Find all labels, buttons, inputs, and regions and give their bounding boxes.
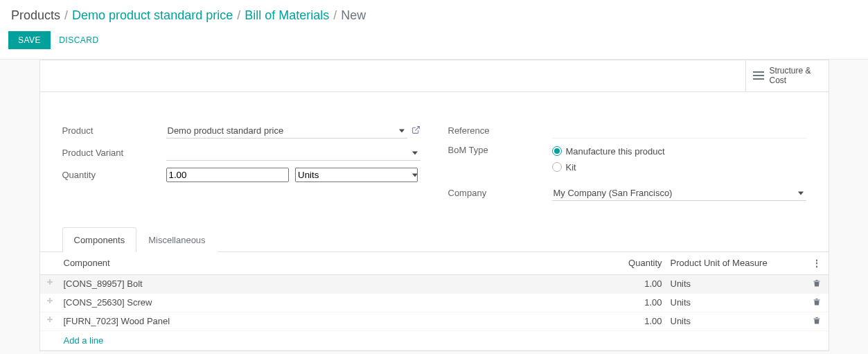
- structure-cost-button[interactable]: Structure & Cost: [745, 60, 829, 91]
- component-name-cell[interactable]: [CONS_89957] Bolt: [60, 274, 597, 293]
- component-qty-cell[interactable]: 1.00: [597, 312, 666, 330]
- breadcrumb-bom[interactable]: Bill of Materials: [245, 8, 329, 23]
- delete-row-icon[interactable]: [805, 293, 829, 312]
- breadcrumb-products[interactable]: Products: [11, 8, 60, 23]
- breadcrumb-separator: /: [333, 8, 337, 23]
- reference-input[interactable]: [552, 123, 806, 139]
- tabs: Components Miscellaneous Component Quant…: [40, 227, 829, 351]
- component-name-cell[interactable]: [CONS_25630] Screw: [60, 293, 597, 312]
- tab-components[interactable]: Components: [62, 227, 137, 252]
- form-left-column: Product Product Variant: [62, 123, 420, 207]
- table-row[interactable]: [CONS_89957] Bolt1.00Units: [40, 274, 829, 293]
- bom-type-manufacture-label: Manufacture this product: [566, 146, 665, 157]
- bom-type-radio-group: Manufacture this product Kit: [552, 145, 665, 172]
- quantity-label: Quantity: [62, 170, 166, 180]
- component-name-cell[interactable]: [FURN_7023] Wood Panel: [60, 312, 597, 330]
- stat-bar: Structure & Cost: [40, 60, 829, 92]
- bom-type-kit-radio[interactable]: Kit: [552, 162, 665, 172]
- save-button[interactable]: SAVE: [8, 31, 51, 49]
- radio-unchecked-icon: [552, 162, 562, 172]
- column-quantity: Quantity: [597, 252, 666, 275]
- column-component: Component: [60, 252, 597, 275]
- component-qty-cell[interactable]: 1.00: [597, 293, 666, 312]
- product-variant-label: Product Variant: [62, 148, 166, 158]
- delete-row-icon[interactable]: [805, 274, 829, 293]
- drag-handle-icon[interactable]: [40, 274, 60, 293]
- column-uom: Product Unit of Measure: [666, 252, 805, 275]
- product-variant-input[interactable]: [166, 145, 420, 161]
- bars-icon: [753, 71, 764, 80]
- product-label: Product: [62, 125, 166, 136]
- component-uom-cell[interactable]: Units: [666, 274, 805, 293]
- drag-handle-icon[interactable]: [40, 312, 60, 330]
- form-content: Product Product Variant: [40, 92, 829, 207]
- tab-nav: Components Miscellaneous: [40, 227, 829, 251]
- radio-checked-icon: [552, 146, 562, 156]
- delete-row-icon[interactable]: [805, 312, 829, 330]
- drag-handle-icon[interactable]: [40, 293, 60, 312]
- reference-label: Reference: [448, 125, 552, 136]
- components-table: Component Quantity Product Unit of Measu…: [40, 252, 829, 351]
- kebab-icon[interactable]: [809, 258, 824, 269]
- component-uom-cell[interactable]: Units: [666, 293, 805, 312]
- component-qty-cell[interactable]: 1.00: [597, 274, 666, 293]
- bom-type-label: BoM Type: [448, 145, 552, 155]
- component-uom-cell[interactable]: Units: [666, 312, 805, 330]
- quantity-input[interactable]: [166, 168, 289, 182]
- form-sheet: Structure & Cost Product: [39, 60, 829, 351]
- breadcrumb: Products / Demo product standard price /…: [0, 0, 868, 27]
- tab-miscellaneous[interactable]: Miscellaneous: [136, 227, 217, 252]
- structure-cost-label: Structure & Cost: [770, 66, 822, 86]
- form-right-column: Reference BoM Type Manufacture this prod…: [448, 123, 806, 207]
- breadcrumb-separator: /: [237, 8, 240, 23]
- add-line-button[interactable]: Add a line: [60, 330, 829, 350]
- company-input[interactable]: [552, 186, 806, 201]
- quantity-uom-input[interactable]: [295, 168, 418, 182]
- breadcrumb-product-name[interactable]: Demo product standard price: [72, 8, 233, 23]
- product-input[interactable]: [166, 123, 407, 139]
- breadcrumb-current: New: [341, 8, 366, 23]
- table-row[interactable]: [FURN_7023] Wood Panel1.00Units: [40, 312, 829, 330]
- company-label: Company: [448, 188, 552, 198]
- discard-button[interactable]: DISCARD: [59, 31, 99, 49]
- table-row[interactable]: [CONS_25630] Screw1.00Units: [40, 293, 829, 312]
- bom-type-kit-label: Kit: [566, 162, 576, 172]
- bom-type-manufacture-radio[interactable]: Manufacture this product: [552, 146, 665, 157]
- breadcrumb-separator: /: [64, 8, 68, 23]
- form-sheet-background: Structure & Cost Product: [0, 60, 868, 354]
- external-link-icon[interactable]: [411, 125, 420, 136]
- action-bar: SAVE DISCARD: [0, 27, 868, 60]
